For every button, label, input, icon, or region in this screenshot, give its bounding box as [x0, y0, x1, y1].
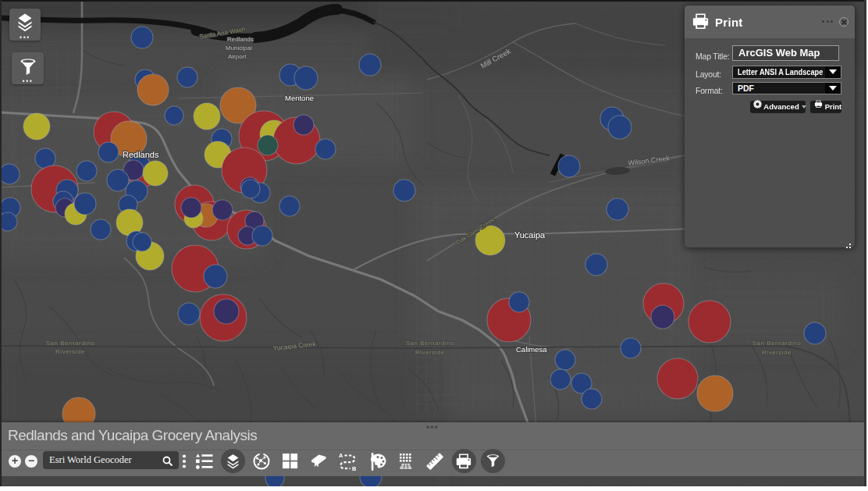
svg-text:Redlands: Redlands — [227, 36, 254, 43]
svg-text:Yucaipa: Yucaipa — [514, 230, 546, 240]
svg-text:Riverside: Riverside — [762, 349, 792, 356]
svg-text:Calimesa: Calimesa — [516, 345, 547, 354]
svg-text:B: B — [352, 465, 357, 471]
svg-text:Riverside: Riverside — [55, 348, 85, 355]
svg-text:Riverside: Riverside — [415, 349, 445, 356]
svg-text:San Bernardino: San Bernardino — [406, 340, 455, 347]
svg-text:Municipal: Municipal — [226, 44, 252, 52]
svg-text:Mentone: Mentone — [285, 94, 314, 102]
svg-text:Airport: Airport — [228, 53, 247, 60]
svg-text:A: A — [339, 452, 343, 459]
svg-text:San Bernardino: San Bernardino — [46, 340, 95, 347]
svg-text:San Bernardino: San Bernardino — [752, 340, 802, 347]
svg-text:Redlands: Redlands — [123, 150, 159, 159]
